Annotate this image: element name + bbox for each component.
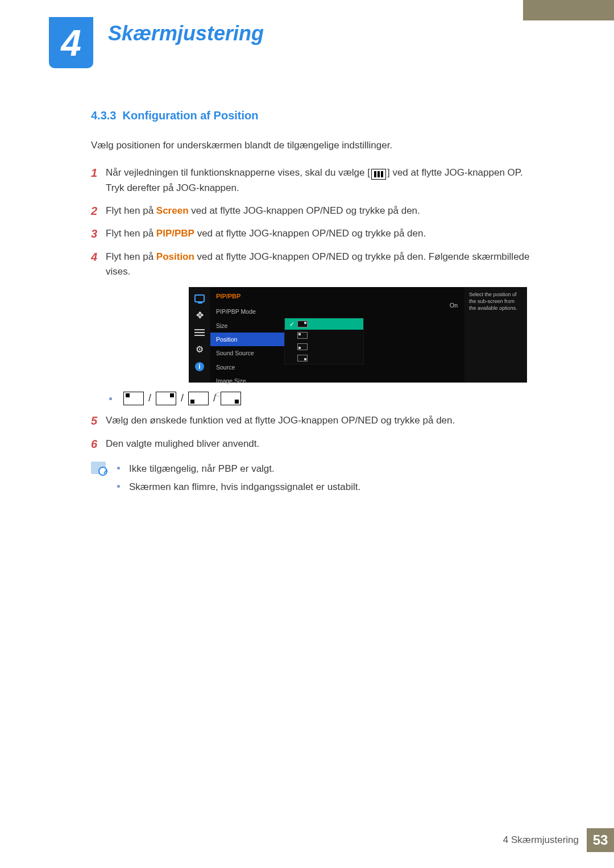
bullet-icon [117,467,120,470]
list-icon [193,327,206,338]
highlight-position: Position [156,251,194,262]
osd-value-column: On ✓ ✓ ✓ ✓ [284,287,464,383]
position-top-left-icon [297,332,308,339]
page-content: 4.3.3 Konfiguration af Position Vælg pos… [91,107,534,499]
step-number: 5 [91,413,106,428]
position-icons-row: / / / [109,391,534,406]
check-icon: ✓ [289,319,294,329]
position-bottom-left-icon [297,343,308,350]
note-icon [91,462,106,474]
osd-option-top-right: ✓ [285,318,363,330]
step-4: 4 Flyt hen på Position ved at flytte JOG… [91,250,534,280]
bullet-icon [109,397,112,400]
note-text: Ikke tilgængelig, når PBP er valgt. [129,462,275,476]
chapter-title: Skærmjustering [108,22,264,45]
step-number: 1 [91,165,106,196]
page-tab-strip [523,0,614,20]
section-heading: 4.3.3 Konfiguration af Position [91,107,534,124]
highlight-screen: Screen [156,205,189,216]
osd-position-options: ✓ ✓ ✓ ✓ [284,318,364,364]
step-6: 6 Den valgte mulighed bliver anvendt. [91,437,534,451]
separator: / [181,391,184,406]
step-text: ved at flytte JOG-knappen OP/NED og tryk… [194,228,426,239]
osd-item-position: Position [210,333,284,346]
step-body: Når vejledningen til funktionsknapperne … [106,165,534,196]
step-text: ved at flytte JOG-knappen OP/NED og tryk… [189,205,420,216]
osd-icon-column [189,287,210,383]
step-text: Flyt hen på [106,205,156,216]
page-footer: 4 Skærmjustering 53 [503,828,614,852]
position-bottom-left-icon [188,392,209,405]
osd-item-source: Source [210,360,284,374]
step-body: Flyt hen på Position ved at flytte JOG-k… [106,250,534,280]
note-text: Skærmen kan flimre, hvis indgangssignale… [129,480,360,495]
screen-icon [193,293,206,304]
step-body: Den valgte mulighed bliver anvendt. [106,437,534,451]
intro-text: Vælg positionen for underskærmen blandt … [91,138,534,153]
move-icon [193,310,206,321]
note-list: Ikke tilgængelig, når PBP er valgt. Skær… [117,462,534,499]
section-title: Konfiguration af Position [123,109,259,122]
osd-item-size: Size [210,319,284,333]
step-number: 2 [91,203,106,218]
position-top-right-icon [156,392,176,405]
osd-item-imgsize: Image Size [210,374,284,388]
chapter-number-badge: 4 [49,17,93,68]
step-body: Flyt hen på Screen ved at flytte JOG-kna… [106,203,534,218]
step-text: Flyt hen på [106,251,156,262]
step-number: 6 [91,437,106,451]
menu-icon [371,169,386,180]
section-number: 4.3.3 [91,109,116,122]
osd-option-bottom-left: ✓ [285,341,363,352]
footer-page-number: 53 [587,828,614,852]
step-1: 1 Når vejledningen til funktionsknappern… [91,165,534,196]
step-2: 2 Flyt hen på Screen ved at flytte JOG-k… [91,203,534,218]
step-5: 5 Vælg den ønskede funktion ved at flytt… [91,413,534,428]
step-text: Flyt hen på [106,228,156,239]
osd-screenshot: PIP/PBP PIP/PBP Mode Size Position Sound… [189,287,527,383]
osd-help-text: Select the position of the sub-screen fr… [464,287,527,383]
step-body: Vælg den ønskede funktion ved at flytte … [106,413,534,428]
position-bottom-right-icon [221,392,241,405]
separator: / [148,391,151,406]
step-text: Når vejledningen til funktionsknapperne … [106,167,370,178]
osd-menu-column: PIP/PBP PIP/PBP Mode Size Position Sound… [210,287,284,383]
bullet-icon [117,485,120,488]
note-line: Skærmen kan flimre, hvis indgangssignale… [117,480,534,495]
osd-mode-value: On [450,301,458,310]
note-block: Ikke tilgængelig, når PBP er valgt. Skær… [91,462,534,499]
info-icon [193,361,206,372]
osd-item-mode: PIP/PBP Mode [210,305,284,318]
osd-option-bottom-right: ✓ [285,352,363,364]
osd-title: PIP/PBP [210,292,284,305]
footer-chapter-label: 4 Skærmjustering [503,834,579,846]
step-body: Flyt hen på PIP/PBP ved at flytte JOG-kn… [106,226,534,241]
position-bottom-right-icon [297,355,308,362]
step-3: 3 Flyt hen på PIP/PBP ved at flytte JOG-… [91,226,534,241]
step-number: 4 [91,250,106,280]
osd-item-sound: Sound Source [210,346,284,360]
position-top-left-icon [123,392,144,405]
gear-icon [193,344,206,355]
highlight-pippbp: PIP/PBP [156,228,194,239]
step-number: 3 [91,226,106,241]
osd-option-top-left: ✓ [285,330,363,341]
note-line: Ikke tilgængelig, når PBP er valgt. [117,462,534,476]
position-top-right-icon [297,321,308,327]
